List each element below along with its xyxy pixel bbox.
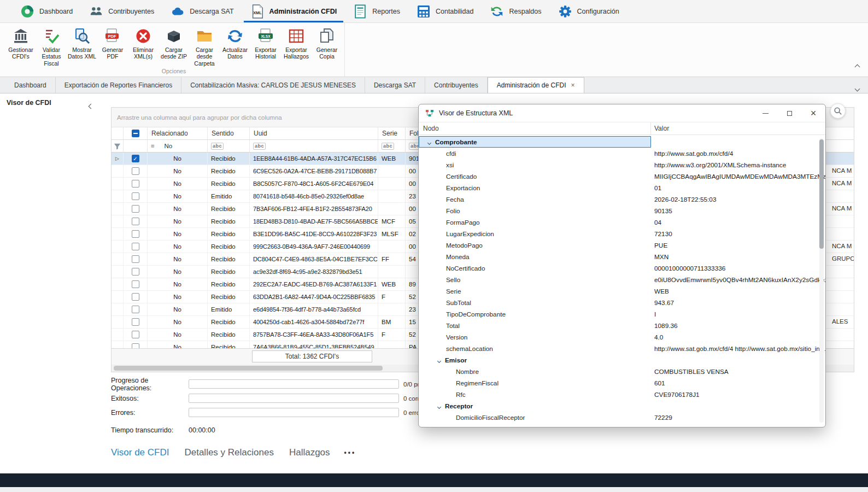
xml-tree-row[interactable]: schemaLocation http://www.sat.gob.mx/cfd… [419,343,825,354]
xml-tree-row[interactable]: Fecha 2026-02-18T22:55:03 [419,194,825,205]
xml-tree-row[interactable]: Certificado MIIGIjCCBAqgAwIBAgIUMDAwMDEw… [419,171,825,182]
cargar-desde-zip-button[interactable]: Cargardesde ZIP [159,25,189,67]
row-checkbox[interactable] [124,178,148,190]
exportar-hallazgos-button[interactable]: ExportarHallazgos [281,25,312,67]
text-filter-icon[interactable]: abc [253,143,266,150]
chevron-down-icon[interactable] [425,138,433,146]
xml-tree-row[interactable]: RegimenFiscal 601 [419,377,825,389]
mostrar-datos-xml-button[interactable]: MostrarDatos XML [67,25,97,67]
row-checkbox[interactable] [124,153,148,165]
xml-tree-row[interactable]: DomicilioFiscalReceptor 72229 [419,412,825,423]
nav-administracion-cfdi[interactable]: XML Administración CFDI [242,0,345,22]
filter-operator-icon[interactable]: = [151,143,154,149]
nav-reportes[interactable]: Reportes [345,0,408,22]
document-tab[interactable]: Contabilización Masiva: CARLOS DE JESUS … [181,77,365,93]
maximize-button[interactable] [777,104,801,122]
row-checkbox[interactable] [124,291,148,303]
column-header-relacionado[interactable]: Relacionado [148,127,208,139]
xml-tree-row[interactable]: Serie WEB [419,285,825,297]
filter-value-relacionado[interactable]: No [164,143,172,149]
select-all-checkbox[interactable] [124,127,148,139]
bottom-tab[interactable]: Hallazgos [289,447,330,458]
xml-tree-row[interactable]: cfdi http://www.sat.gob.mx/cfd/4 [419,148,825,159]
xml-tree-row[interactable]: Rfc CVE9706178J1 [419,389,825,400]
document-tab[interactable]: Administración de CFDI × [488,77,584,93]
row-checkbox[interactable] [124,165,148,177]
minimize-button[interactable] [753,104,777,122]
row-checkbox[interactable] [124,278,148,290]
document-tab[interactable]: Dashboard [5,77,56,93]
panel-collapse-button[interactable] [89,101,93,110]
column-header-uuid[interactable]: Uuid [250,127,378,139]
column-header-nodo[interactable]: Nodo [419,122,651,134]
document-tab[interactable]: Exportación de Reportes Financieros [56,77,181,93]
row-checkbox[interactable] [124,341,148,348]
xml-tree-row[interactable]: xsi http://www.w3.org/2001/XMLSchema-ins… [419,159,825,171]
scrollbar-thumb[interactable] [114,366,383,371]
xml-tree-row[interactable]: Moneda MXN [419,251,825,262]
xml-tree-row[interactable]: SubTotal 943.67 [419,297,825,308]
row-checkbox[interactable] [124,316,148,328]
nav-contabilidad[interactable]: Contabilidad [408,0,482,22]
xml-tree-row[interactable]: Total 1089.36 [419,320,825,331]
chevron-down-icon[interactable] [435,356,443,364]
text-filter-icon[interactable]: abc [382,143,394,150]
xml-tree-row[interactable]: MetodoPago PUE [419,239,825,251]
column-header-valor[interactable]: Valor [651,122,825,134]
validar-estatus-button[interactable]: ValidarEstatus Fiscal [36,25,67,67]
chevron-down-icon[interactable] [435,402,443,410]
bottom-tab[interactable]: Visor de CFDI [111,447,169,458]
cargar-desde-carpeta-button[interactable]: Cargar desdeCarpeta [189,25,220,67]
dialog-titlebar[interactable]: Visor de Estructura XML [419,104,825,122]
nav-dashboard[interactable]: Dashboard [12,0,81,22]
xml-tree-row[interactable]: FormaPago 04 [419,216,825,228]
column-header-serie[interactable]: Serie [378,127,406,139]
document-tab[interactable]: Descarga SAT [365,77,425,93]
filter-icon[interactable] [112,140,124,152]
nav-contribuyentes[interactable]: Contribuyentes [81,0,162,22]
document-tab[interactable]: Contribuyentes [425,77,488,93]
row-checkbox[interactable] [124,203,148,215]
xml-tree-row[interactable]: NoCertificado 00001000000711333336 [419,262,825,274]
row-checkbox[interactable] [124,228,148,240]
nav-descarga-sat[interactable]: Descarga SAT [162,0,242,22]
gestionar-cfdis-button[interactable]: GestionarCFDI's [5,25,36,67]
actualizar-datos-button[interactable]: ActualizarDatos [220,25,250,67]
row-checkbox[interactable] [124,241,148,253]
grid-search-button[interactable] [830,103,846,119]
row-checkbox[interactable] [124,190,148,202]
node-label: MetodoPago [446,242,483,249]
close-tab-icon[interactable]: × [571,81,575,89]
generar-copia-button[interactable]: GenerarCopia [312,25,342,67]
xml-tree-row[interactable]: Folio 90135 [419,205,825,216]
tabstrip-overflow-button[interactable] [855,83,859,93]
close-button[interactable] [801,104,825,122]
row-checkbox[interactable] [124,303,148,315]
row-checkbox[interactable] [124,266,148,278]
text-filter-icon[interactable]: abc [211,143,224,150]
xml-tree-row[interactable]: TipoDeComprobante I [419,308,825,320]
more-tabs-button[interactable]: ••• [344,449,356,456]
xml-tree-row[interactable]: Receptor [419,400,825,412]
nav-respaldos[interactable]: Respaldos [482,0,549,22]
scrollbar-thumb[interactable] [819,139,824,249]
row-expander-icon[interactable] [112,153,123,165]
row-checkbox[interactable] [124,215,148,227]
ribbon-collapse-button[interactable] [855,61,859,71]
xml-tree-row[interactable]: Emisor [419,354,825,366]
xml-tree-row[interactable]: LugarExpedicion 72130 [419,228,825,239]
xml-tree-row[interactable]: Exportacion 01 [419,182,825,194]
xml-tree-row[interactable]: Nombre COMBUSTIBLES VENSA [419,366,825,377]
row-checkbox[interactable] [124,329,148,341]
nav-configuracion[interactable]: Configuración [550,0,627,22]
column-header-sentido[interactable]: Sentido [208,127,250,139]
eliminar-xml-button[interactable]: EliminarXML(s) [128,25,159,67]
row-checkbox[interactable] [124,253,148,265]
dialog-scrollbar[interactable] [819,138,824,423]
bottom-tab[interactable]: Detalles y Rela​ciones [184,447,273,458]
xml-tree-row[interactable]: Sello e0iU8OvvdEmwrwnI5yv0QBv4rhMt2AN6ku… [419,274,825,285]
exportar-historial-button[interactable]: XLSX ExportarHistorial [250,25,281,67]
xml-tree-row[interactable]: Version 4.0 [419,331,825,343]
xml-tree-row[interactable]: Comprobante [419,136,825,148]
generar-pdf-button[interactable]: PDF GenerarPDF [97,25,128,67]
